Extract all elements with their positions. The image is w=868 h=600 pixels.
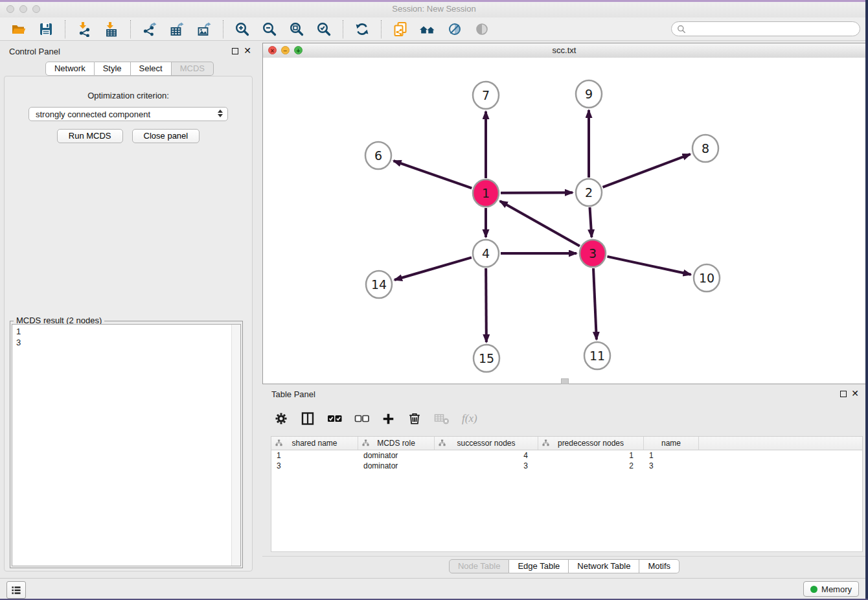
toolbar-separator	[130, 20, 131, 38]
graph-node-6[interactable]: 6	[365, 142, 391, 169]
trash-icon	[407, 411, 422, 426]
tab-mcds[interactable]: MCDS	[172, 62, 214, 76]
delete-table-button-disabled[interactable]	[434, 412, 450, 425]
table-row[interactable]: 1dominator411	[271, 450, 862, 461]
svg-text:2: 2	[585, 185, 593, 200]
graph-node-14[interactable]: 14	[366, 271, 392, 298]
graph-edge-4-15[interactable]	[486, 268, 486, 342]
search-icon	[677, 25, 686, 34]
graph-node-10[interactable]: 10	[694, 264, 720, 292]
zoom-fit-button[interactable]	[287, 19, 306, 39]
import-table-button[interactable]	[102, 19, 121, 39]
table-row[interactable]: 3dominator323	[271, 461, 862, 471]
column-header-shared-name[interactable]: shared name	[271, 437, 358, 450]
close-panel-button[interactable]: Close panel	[132, 129, 200, 143]
graph-node-3[interactable]: 3	[580, 240, 606, 267]
column-header-MCDS-role[interactable]: MCDS role	[358, 437, 435, 450]
network-graph[interactable]: 7968124314101511	[263, 58, 865, 384]
tab-edge-table[interactable]: Edge Table	[509, 559, 569, 573]
table-tabs-separator	[262, 556, 866, 557]
open-folder-icon	[11, 21, 27, 37]
graph-node-15[interactable]: 15	[474, 345, 499, 372]
graph-edge-2-8[interactable]	[603, 154, 691, 187]
graph-node-8[interactable]: 8	[692, 135, 718, 162]
close-table-panel-icon[interactable]: ✕	[851, 388, 859, 398]
graph-node-2[interactable]: 2	[576, 179, 602, 206]
apply-layout-button[interactable]	[352, 19, 372, 39]
splitter-grip[interactable]	[561, 378, 569, 384]
table-toolbar: f(x)	[274, 406, 477, 431]
run-mcds-button[interactable]: Run MCDS	[57, 129, 123, 143]
table-cell: 4	[435, 450, 538, 461]
mcds-result-area[interactable]: 1 3	[12, 324, 241, 566]
graph-node-4[interactable]: 4	[473, 240, 499, 267]
split-columns-icon	[301, 411, 315, 426]
zoom-in-button[interactable]	[233, 19, 252, 39]
tab-network[interactable]: Network	[45, 62, 95, 76]
export-image-button[interactable]	[194, 19, 214, 39]
table-cell: dominator	[358, 461, 435, 471]
graph-edge-1-2[interactable]	[501, 192, 573, 193]
tab-motifs[interactable]: Motifs	[639, 559, 680, 573]
tab-network-table[interactable]: Network Table	[569, 559, 639, 573]
float-table-panel-icon[interactable]	[840, 391, 847, 397]
network-canvas[interactable]: 7968124314101511	[263, 58, 865, 384]
list-icon	[10, 584, 22, 596]
import-network-button[interactable]	[74, 19, 94, 39]
export-network-button[interactable]	[140, 19, 159, 39]
clone-network-button[interactable]	[391, 19, 410, 39]
column-header-name[interactable]: name	[644, 437, 699, 450]
open-session-button[interactable]	[9, 19, 29, 39]
zoom-out-button[interactable]	[260, 19, 279, 39]
graph-edge-2-3[interactable]	[589, 207, 591, 237]
unchecked-boxes-icon	[354, 414, 369, 423]
table-cell: 1	[644, 450, 699, 461]
add-column-button[interactable]	[382, 412, 395, 426]
column-header-successor-nodes[interactable]: successor nodes	[435, 437, 538, 450]
graph-edge-3-1[interactable]	[500, 201, 580, 246]
task-history-button[interactable]	[6, 581, 26, 599]
svg-text:6: 6	[374, 148, 382, 163]
graph-node-11[interactable]: 11	[584, 342, 610, 369]
graph-edge-3-11[interactable]	[593, 268, 597, 340]
float-panel-icon[interactable]	[232, 48, 238, 54]
search-input[interactable]	[686, 23, 860, 36]
birdseye-view-button[interactable]	[418, 19, 437, 39]
function-builder-button-disabled[interactable]: f(x)	[462, 412, 477, 425]
column-header-predecessor-nodes[interactable]: predecessor nodes	[538, 437, 644, 450]
split-panel-button[interactable]	[301, 411, 315, 426]
table-cell: 3	[644, 461, 699, 471]
node-table: shared nameMCDS rolesuccessor nodesprede…	[271, 436, 863, 552]
memory-button[interactable]: Memory	[803, 581, 859, 597]
status-bar: Memory	[0, 578, 868, 600]
search-box[interactable]	[671, 21, 860, 36]
graph-edge-4-14[interactable]	[394, 257, 472, 280]
optimization-criterion-select[interactable]: strongly connected component	[29, 107, 228, 121]
column-settings-button[interactable]	[274, 411, 288, 426]
result-scrollbar[interactable]	[231, 325, 240, 566]
export-table-button[interactable]	[167, 19, 187, 39]
save-session-button[interactable]	[36, 19, 56, 39]
graph-node-1[interactable]: 1	[473, 179, 499, 207]
svg-text:15: 15	[479, 351, 494, 365]
tab-style[interactable]: Style	[95, 62, 131, 76]
tab-select[interactable]: Select	[131, 62, 172, 76]
graph-node-9[interactable]: 9	[576, 80, 602, 108]
network-window-titlebar[interactable]: × − + scc.txt	[263, 43, 865, 58]
graph-edge-1-6[interactable]	[394, 161, 472, 188]
close-panel-icon[interactable]: ✕	[244, 45, 251, 56]
zoom-selected-button[interactable]	[314, 19, 334, 39]
graph-edge-3-10[interactable]	[607, 257, 691, 275]
graph-node-7[interactable]: 7	[473, 82, 499, 109]
clone-network-icon	[393, 21, 408, 37]
zoom-fit-icon	[289, 21, 304, 37]
tab-node-table[interactable]: Node Table	[449, 559, 510, 573]
svg-text:1: 1	[482, 186, 490, 200]
app-titlebar: Session: New Session	[0, 0, 868, 18]
table-cell: 1	[271, 450, 358, 461]
delete-columns-button[interactable]	[407, 411, 422, 426]
unselect-all-columns-button[interactable]	[354, 414, 369, 423]
graphics-details-button[interactable]	[445, 19, 464, 39]
select-all-columns-button[interactable]	[327, 414, 342, 423]
eye-button-disabled[interactable]	[472, 19, 492, 39]
